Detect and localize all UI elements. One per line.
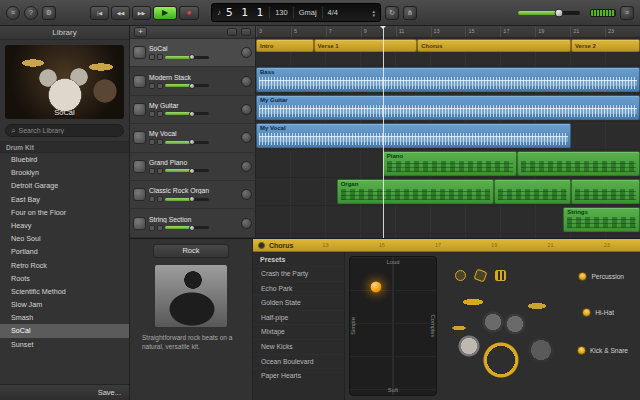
track-header[interactable]: Grand Piano xyxy=(130,153,255,181)
lcd-stepper[interactable]: ▴ ▾ xyxy=(372,9,375,17)
percussion-control[interactable]: Percussion xyxy=(578,272,624,281)
cycle-button[interactable]: ↻ xyxy=(385,6,399,20)
library-item[interactable]: Sunset xyxy=(0,338,129,351)
region-verse-2[interactable]: Verse 2 xyxy=(571,39,640,52)
search-input[interactable] xyxy=(18,127,118,134)
track-header[interactable]: SoCal xyxy=(130,39,255,67)
library-search[interactable]: ⌕ xyxy=(5,124,124,137)
track-volume-slider[interactable] xyxy=(165,169,209,172)
pan-knob[interactable] xyxy=(241,76,252,87)
library-item[interactable]: SoCal xyxy=(0,324,129,337)
kick-snare-knob[interactable] xyxy=(577,346,586,355)
solo-button[interactable] xyxy=(157,139,163,145)
quick-help-button[interactable]: ? xyxy=(24,6,38,20)
master-volume-knob[interactable] xyxy=(554,8,563,17)
track-header[interactable]: Modern Stack xyxy=(130,67,255,95)
track-volume-slider[interactable] xyxy=(165,112,209,115)
fast-forward-button[interactable]: ▶▶ xyxy=(132,6,151,20)
library-item[interactable]: Brooklyn xyxy=(0,166,129,179)
preset-item[interactable]: Half-pipe xyxy=(253,310,344,325)
region-piano[interactable]: Piano xyxy=(383,151,517,176)
add-track-button[interactable]: + xyxy=(134,27,147,37)
region-chorus[interactable]: Chorus xyxy=(417,39,571,52)
solo-button[interactable] xyxy=(157,54,163,60)
pan-knob[interactable] xyxy=(241,161,252,172)
shaker-icon[interactable] xyxy=(473,268,487,282)
preset-item[interactable]: Crash the Party xyxy=(253,266,344,281)
solo-button[interactable] xyxy=(157,83,163,89)
go-to-beginning-button[interactable]: |◀ xyxy=(90,6,109,20)
track-volume-slider[interactable] xyxy=(165,84,209,87)
library-item[interactable]: Portland xyxy=(0,245,129,258)
region-classic-rock-organ[interactable] xyxy=(571,179,640,204)
handclap-icon[interactable] xyxy=(495,270,506,281)
record-button[interactable]: ● xyxy=(179,6,199,20)
drum-kit-illustration[interactable] xyxy=(447,290,565,394)
track-volume-slider[interactable] xyxy=(165,226,209,229)
track-volume-knob[interactable] xyxy=(189,139,195,145)
media-browser-button[interactable]: ≡ xyxy=(620,6,634,20)
percussion-knob[interactable] xyxy=(578,272,587,281)
track-volume-knob[interactable] xyxy=(189,111,195,117)
mute-button[interactable] xyxy=(149,83,155,89)
mute-button[interactable] xyxy=(149,168,155,174)
region-intro[interactable]: Intro xyxy=(256,39,314,52)
region-grand-piano[interactable] xyxy=(517,151,640,176)
preset-item[interactable]: Golden State xyxy=(253,295,344,310)
pan-knob[interactable] xyxy=(241,104,252,115)
track-header[interactable]: String Section xyxy=(130,209,255,237)
library-item[interactable]: Four on the Floor xyxy=(0,206,129,219)
track-height-button[interactable] xyxy=(241,28,251,36)
track-volume-knob[interactable] xyxy=(189,83,195,89)
track-volume-knob[interactable] xyxy=(189,225,195,231)
preset-item[interactable]: Mixtape xyxy=(253,324,344,339)
play-button[interactable]: ▶ xyxy=(153,6,177,20)
preset-item[interactable]: New Kicks xyxy=(253,339,344,354)
preset-item[interactable]: Paper Hearts xyxy=(253,368,344,383)
automation-button[interactable] xyxy=(227,28,237,36)
library-item[interactable]: Scientific Method xyxy=(0,285,129,298)
master-volume-slider[interactable] xyxy=(518,11,580,15)
region-strings[interactable]: Strings xyxy=(563,207,640,232)
kick-snare-control[interactable]: Kick & Snare xyxy=(577,346,628,355)
track-header[interactable]: My Vocal xyxy=(130,124,255,152)
library-item[interactable]: Bluebird xyxy=(0,153,129,166)
preset-item[interactable]: Echo Park xyxy=(253,281,344,296)
region-my-vocal[interactable]: My Vocal xyxy=(256,123,571,148)
library-item[interactable]: East Bay xyxy=(0,193,129,206)
lcd-display[interactable]: ♪ 5 1 1 130 Gmaj 4/4 ▴ ▾ xyxy=(211,3,381,22)
library-item[interactable]: Neo Soul xyxy=(0,232,129,245)
region-bass[interactable]: Bass xyxy=(256,67,640,92)
solo-button[interactable] xyxy=(157,225,163,231)
mute-button[interactable] xyxy=(149,139,155,145)
preset-item[interactable]: Ocean Boulevard xyxy=(253,354,344,369)
mute-button[interactable] xyxy=(149,54,155,60)
editor-region-bar[interactable]: Chorus 131517192123 xyxy=(253,239,640,252)
timeline-ruler[interactable]: 357911131517192123 xyxy=(256,26,640,38)
xy-puck[interactable] xyxy=(370,282,381,293)
track-volume-knob[interactable] xyxy=(189,54,195,60)
playhead[interactable] xyxy=(383,26,384,238)
solo-button[interactable] xyxy=(157,111,163,117)
mute-button[interactable] xyxy=(149,225,155,231)
library-toggle-button[interactable]: ≡ xyxy=(6,6,20,20)
genre-button[interactable]: Rock xyxy=(153,244,229,258)
pan-knob[interactable] xyxy=(241,218,252,229)
smart-controls-button[interactable]: ⚙ xyxy=(42,6,56,20)
track-volume-slider[interactable] xyxy=(165,141,209,144)
hihat-control[interactable]: Hi-Hat xyxy=(582,308,614,317)
track-header[interactable]: My Guitar xyxy=(130,96,255,124)
pan-knob[interactable] xyxy=(241,47,252,58)
pan-knob[interactable] xyxy=(241,132,252,143)
hihat-knob[interactable] xyxy=(582,308,591,317)
mute-button[interactable] xyxy=(149,196,155,202)
track-volume-knob[interactable] xyxy=(189,196,195,202)
library-item[interactable]: Smash xyxy=(0,311,129,324)
track-volume-knob[interactable] xyxy=(189,168,195,174)
solo-button[interactable] xyxy=(157,196,163,202)
mute-button[interactable] xyxy=(149,111,155,117)
library-item[interactable]: Detroit Garage xyxy=(0,179,129,192)
region-verse-1[interactable]: Verse 1 xyxy=(314,39,418,52)
track-header[interactable]: Classic Rock Organ xyxy=(130,181,255,209)
region-my-guitar[interactable]: My Guitar xyxy=(256,95,640,120)
